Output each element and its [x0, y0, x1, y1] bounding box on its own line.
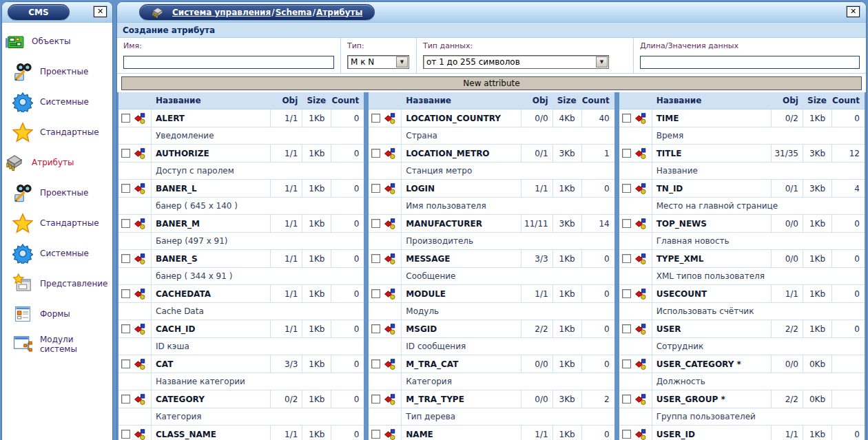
relation-icon[interactable]: [134, 148, 145, 159]
relation-icon[interactable]: [384, 324, 395, 335]
row-checkbox[interactable]: [121, 324, 130, 333]
attribute-size: 1Kb: [803, 320, 831, 337]
table-row-description: ID кэша: [118, 338, 364, 355]
row-checkbox[interactable]: [622, 359, 631, 368]
relation-icon[interactable]: [384, 359, 395, 370]
relation-icon[interactable]: [634, 218, 646, 229]
sidebar-close-icon[interactable]: ✕: [94, 6, 107, 17]
table-row: MODULE 1/1 1Kb 0: [369, 285, 614, 303]
row-checkbox[interactable]: [121, 219, 130, 228]
chevron-down-icon[interactable]: ▼: [396, 56, 408, 67]
relation-icon[interactable]: [384, 148, 395, 159]
row-checkbox[interactable]: [121, 184, 130, 193]
row-checkbox[interactable]: [622, 184, 631, 193]
relation-icon[interactable]: [384, 218, 395, 229]
relation-icon[interactable]: [384, 253, 395, 264]
attribute-obj: 31/35: [771, 145, 803, 162]
row-checkbox[interactable]: [371, 254, 380, 263]
row-checkbox[interactable]: [121, 395, 130, 404]
relation-icon[interactable]: [384, 394, 395, 405]
table-row-description: Название категории: [118, 373, 364, 390]
sidebar-item-8[interactable]: Представление: [2, 269, 112, 299]
relation-icon[interactable]: [634, 183, 646, 194]
row-checkbox[interactable]: [371, 219, 380, 228]
relation-icon[interactable]: [634, 429, 646, 440]
row-checkbox[interactable]: [622, 289, 631, 298]
relation-icon[interactable]: [634, 289, 646, 300]
attribute-name: M_TRA_TYPE: [402, 390, 520, 408]
row-checkbox[interactable]: [371, 324, 380, 333]
sidebar-item-1[interactable]: Проектные: [2, 56, 112, 87]
relation-icon[interactable]: [384, 429, 395, 440]
relation-icon[interactable]: [634, 113, 646, 124]
breadcrumb-link-0[interactable]: Система управления: [172, 8, 271, 17]
relation-icon[interactable]: [134, 429, 145, 440]
attribute-size: 1Kb: [552, 285, 581, 302]
attribute-size: 1Kb: [302, 109, 331, 127]
sidebar-item-4[interactable]: Атрибуты: [2, 147, 112, 178]
row-checkbox[interactable]: [371, 395, 380, 404]
new-attribute-button[interactable]: New attribute: [121, 76, 862, 90]
attribute-name-input[interactable]: [123, 56, 334, 69]
sidebar-item-6[interactable]: Стандартные: [2, 208, 112, 238]
sidebar-item-2[interactable]: Системные: [2, 87, 112, 117]
relation-icon[interactable]: [134, 113, 145, 124]
sidebar-item-3[interactable]: Стандартные: [2, 117, 112, 147]
row-checkbox[interactable]: [371, 149, 380, 158]
sidebar-item-7[interactable]: Системные: [2, 238, 112, 269]
row-checkbox[interactable]: [622, 430, 631, 439]
relation-icon[interactable]: [634, 148, 646, 159]
chevron-down-icon[interactable]: ▼: [596, 56, 608, 67]
relation-icon[interactable]: [634, 324, 646, 335]
row-checkbox[interactable]: [121, 359, 130, 368]
relation-icon[interactable]: [134, 289, 145, 300]
table-row-description: ID сообщения: [369, 338, 614, 355]
relation-icon[interactable]: [134, 394, 145, 405]
relation-icon[interactable]: [134, 359, 145, 370]
length-values-input[interactable]: [640, 56, 860, 69]
row-checkbox[interactable]: [371, 184, 380, 193]
row-checkbox[interactable]: [622, 254, 631, 263]
attribute-size: 0Kb: [803, 355, 831, 373]
relation-icon[interactable]: [384, 183, 395, 194]
row-checkbox[interactable]: [622, 114, 631, 123]
row-checkbox[interactable]: [371, 359, 380, 368]
row-checkbox[interactable]: [121, 430, 130, 439]
breadcrumb-link-2[interactable]: Атрибуты: [316, 8, 362, 17]
relation-icon[interactable]: [634, 359, 646, 370]
type-select[interactable]: M к N ▼: [347, 55, 409, 69]
row-checkbox[interactable]: [121, 149, 130, 158]
relation-icon[interactable]: [134, 253, 145, 264]
main-close-icon[interactable]: ✕: [847, 6, 860, 17]
relation-icon[interactable]: [134, 183, 145, 194]
sidebar-item-5[interactable]: Проектные: [2, 178, 112, 208]
attribute-description: Использовать счётчик: [652, 303, 865, 319]
row-checkbox[interactable]: [121, 289, 130, 298]
row-checkbox[interactable]: [622, 219, 631, 228]
table-row-description: Использовать счётчик: [619, 303, 865, 320]
sidebar-item-label: Системные: [40, 249, 89, 258]
relation-icon[interactable]: [384, 289, 395, 300]
relation-icon[interactable]: [634, 394, 646, 405]
relation-icon[interactable]: [384, 113, 395, 124]
breadcrumb-link-1[interactable]: Schema: [276, 8, 312, 17]
row-checkbox[interactable]: [121, 254, 130, 263]
sidebar-item-10[interactable]: Модули системы: [2, 329, 112, 359]
row-checkbox[interactable]: [371, 430, 380, 439]
row-checkbox[interactable]: [371, 289, 380, 298]
relation-icon[interactable]: [634, 253, 646, 264]
datatype-select[interactable]: от 1 до 255 символов ▼: [423, 55, 609, 69]
row-checkbox[interactable]: [622, 149, 631, 158]
row-checkbox[interactable]: [622, 324, 631, 333]
attribute-name: USER_ID: [652, 426, 771, 440]
relation-icon[interactable]: [134, 218, 145, 229]
table-row-description: Время: [619, 127, 865, 145]
row-checkbox[interactable]: [121, 114, 130, 123]
sidebar-item-0[interactable]: Объекты: [2, 26, 112, 56]
table-row: MESSAGE 3/3 1Kb 0: [369, 250, 614, 268]
row-checkbox[interactable]: [371, 114, 380, 123]
circuit-board-icon: [2, 32, 27, 51]
relation-icon[interactable]: [134, 324, 145, 335]
sidebar-item-9[interactable]: Формы: [2, 299, 112, 329]
row-checkbox[interactable]: [622, 395, 631, 404]
